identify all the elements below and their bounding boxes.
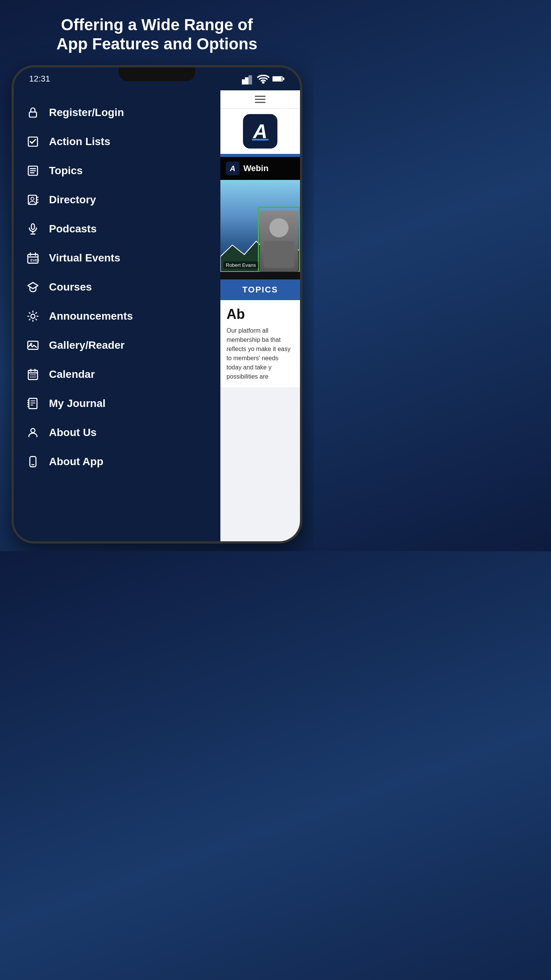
about-us-label: About Us	[49, 426, 96, 439]
app-logo-section: A	[220, 109, 300, 154]
svg-point-55	[31, 428, 35, 433]
signal-icon	[242, 73, 254, 85]
about-section-text: Our platform all membership ba that refl…	[227, 326, 294, 381]
menu-item-my-journal[interactable]: My Journal	[14, 389, 220, 418]
webinar-video-thumbnail: Robert Evans	[220, 180, 300, 272]
lock-icon	[25, 105, 41, 120]
menu-item-announcements[interactable]: Announcements	[14, 302, 220, 331]
person-thumbnail	[260, 211, 298, 272]
menu-item-about-app[interactable]: About App	[14, 447, 220, 476]
about-app-label: About App	[49, 456, 103, 468]
right-panel: A A Webin	[220, 90, 300, 541]
menu-item-register-login[interactable]: Register/Login	[14, 98, 220, 127]
webinar-section: A Webin Robert	[220, 157, 300, 279]
person-icon	[25, 425, 41, 440]
svg-line-32	[36, 319, 37, 320]
menu-item-courses[interactable]: Courses	[14, 273, 220, 302]
phone-content: Register/Login Action Lists	[14, 90, 300, 541]
blue-divider-bar	[220, 154, 300, 157]
event-icon: EVENT	[25, 250, 41, 266]
svg-line-31	[29, 313, 30, 314]
menu-item-topics[interactable]: Topics	[14, 156, 220, 185]
virtual-events-label: Virtual Events	[49, 252, 120, 264]
svg-rect-2	[249, 76, 252, 84]
about-section-title: Ab	[227, 306, 294, 322]
contacts-icon	[25, 192, 41, 207]
action-lists-label: Action Lists	[49, 136, 110, 148]
svg-rect-7	[29, 112, 37, 117]
phone-icon	[25, 454, 41, 469]
calendar-icon	[25, 367, 41, 382]
menu-panel: Register/Login Action Lists	[14, 90, 220, 541]
topics-bar-text: TOPICS	[242, 285, 278, 294]
journal-icon	[25, 396, 41, 411]
svg-line-33	[29, 319, 30, 320]
svg-line-34	[36, 313, 37, 314]
mic-icon	[25, 221, 41, 237]
checklist-icon	[25, 134, 41, 149]
announcements-label: Announcements	[49, 310, 133, 322]
bulb-icon	[25, 309, 41, 324]
hamburger-icon[interactable]	[255, 96, 266, 103]
headline-line1: Offering a Wide Range of	[61, 16, 253, 34]
menu-item-virtual-events[interactable]: EVENT Virtual Events	[14, 243, 220, 273]
app-logo: A	[243, 114, 277, 149]
gallery-reader-label: Gallery/Reader	[49, 339, 125, 351]
about-section: Ab Our platform all membership ba that r…	[220, 300, 300, 387]
courses-label: Courses	[49, 281, 92, 293]
svg-rect-0	[242, 80, 245, 84]
phone-mockup: 12:31	[11, 65, 302, 544]
webinar-text: Webin	[243, 163, 269, 173]
wifi-icon	[257, 73, 269, 85]
register-login-label: Register/Login	[49, 106, 124, 119]
headline-line2: App Features and Options	[56, 35, 257, 53]
notch	[119, 67, 195, 81]
webinar-title-bar: A Webin	[220, 157, 300, 180]
svg-rect-6	[273, 77, 281, 81]
svg-text:EVENT: EVENT	[30, 258, 39, 262]
svg-point-26	[31, 314, 35, 318]
svg-rect-47	[29, 399, 37, 409]
right-header	[220, 90, 300, 109]
svg-rect-56	[30, 457, 36, 467]
headline: Offering a Wide Range of App Features an…	[0, 0, 314, 65]
menu-item-podcasts[interactable]: Podcasts	[14, 214, 220, 243]
topics-bar: TOPICS	[220, 279, 300, 300]
status-time: 12:31	[29, 74, 50, 84]
menu-item-calendar[interactable]: Calendar	[14, 360, 220, 389]
calendar-label: Calendar	[49, 368, 95, 381]
list-icon	[25, 163, 41, 178]
gallery-icon	[25, 338, 41, 353]
podcasts-label: Podcasts	[49, 223, 97, 235]
svg-point-14	[31, 197, 34, 200]
menu-item-gallery-reader[interactable]: Gallery/Reader	[14, 331, 220, 360]
topics-label: Topics	[49, 165, 83, 177]
battery-icon	[272, 73, 285, 85]
svg-point-3	[262, 82, 264, 83]
svg-rect-5	[283, 78, 284, 80]
svg-rect-1	[245, 78, 248, 84]
app-logo-underline	[252, 139, 269, 140]
my-journal-label: My Journal	[49, 397, 106, 410]
directory-label: Directory	[49, 194, 96, 206]
status-bar: 12:31	[14, 67, 300, 90]
webinar-logo-small: A	[226, 162, 240, 175]
menu-item-about-us[interactable]: About Us	[14, 418, 220, 447]
person-name: Robert Evans	[223, 261, 258, 269]
graduation-icon	[25, 279, 41, 295]
svg-rect-18	[31, 224, 34, 230]
menu-item-action-lists[interactable]: Action Lists	[14, 127, 220, 156]
menu-item-directory[interactable]: Directory	[14, 185, 220, 214]
status-icons	[242, 73, 285, 85]
